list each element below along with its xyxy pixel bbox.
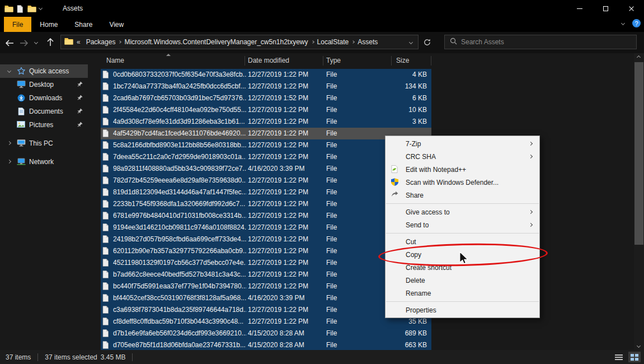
file-name: 24198b27d057b958cfbd6aa699ceff733de4... — [113, 234, 246, 245]
table-row[interactable]: 819d1d8123094ed3144d46a47af1447f5fec...1… — [101, 186, 431, 198]
pin-icon — [77, 81, 83, 89]
table-row[interactable]: bf44052cef38cc503190768f3f8128af5a968...… — [101, 292, 431, 304]
pin-icon — [77, 122, 83, 129]
table-row[interactable]: d705ee87b5f1d18d06bfda0ae237467331b...4/… — [101, 339, 431, 350]
sidebar-item-documents[interactable]: Documents — [0, 105, 88, 118]
sidebar-item-desktop[interactable]: Desktop — [0, 78, 88, 91]
context-menu-item-copy[interactable]: Copy — [386, 248, 539, 261]
address-bar[interactable]: « PackagesMicrosoft.Windows.ContentDeliv… — [60, 35, 419, 49]
close-button[interactable] — [618, 0, 644, 17]
context-menu-item-give-access-to[interactable]: Give access to — [386, 206, 539, 218]
history-dropdown-button[interactable] — [34, 40, 38, 44]
sidebar-item-quick-access[interactable]: Quick access — [0, 64, 88, 78]
tab-home[interactable]: Home — [31, 17, 66, 32]
table-row[interactable]: 7deea55c211c2a0c7d2959de9018903c01a...12… — [101, 151, 431, 163]
vertical-scrollbar[interactable] — [634, 53, 644, 350]
table-row[interactable]: 4a9d308cf78e9fe31dd3d91286eba3c1b61...12… — [101, 116, 431, 128]
scrollbar-thumb[interactable] — [634, 62, 643, 245]
maximize-button[interactable] — [593, 0, 618, 17]
table-row[interactable]: b7ad662c8eece40bedf5d527b3481c3a43c...12… — [101, 269, 431, 281]
breadcrumb-segment[interactable]: Packages — [84, 38, 118, 46]
context-menu-item-create-shortcut[interactable]: Create shortcut — [386, 261, 539, 274]
context-menu-item-delete[interactable]: Delete — [386, 274, 539, 287]
column-separator[interactable] — [245, 56, 245, 66]
context-menu-item-properties[interactable]: Properties — [386, 304, 539, 316]
breadcrumb-separator-icon — [351, 40, 355, 44]
breadcrumb-segment[interactable]: Microsoft.Windows.ContentDeliveryManager… — [122, 38, 310, 46]
table-row[interactable]: 24198b27d057b958cfbd6aa699ceff733de4...1… — [101, 234, 431, 245]
breadcrumb-overflow[interactable]: « — [75, 38, 82, 46]
scroll-up-button[interactable] — [637, 55, 641, 59]
file-name: 2f45584e22d60c4cff48104ea092be750d55... — [113, 104, 246, 116]
context-menu-item-scan-with-windows-defender[interactable]: Scan with Windows Defender... — [386, 176, 539, 189]
breadcrumb-separator-icon — [119, 40, 122, 44]
sidebar-item-this-pc[interactable]: This PC — [0, 137, 88, 150]
table-row[interactable]: 0cd0b68037332037f0c5f6354e70f3a3e8fcb...… — [101, 69, 431, 81]
context-menu-item-share[interactable]: Share — [386, 189, 539, 202]
column-header-date-modified[interactable]: Date modified — [248, 57, 289, 64]
minimize-button[interactable] — [567, 0, 593, 17]
qat-dropdown-button[interactable] — [39, 6, 43, 10]
context-menu-item-crc-sha[interactable]: CRC SHA — [386, 150, 539, 163]
table-row[interactable]: 1bc7240aa77373ba4f0a2425fb0dcc6d5cbf...1… — [101, 81, 431, 92]
up-button[interactable] — [47, 38, 54, 49]
table-row[interactable]: 2f45584e22d60c4cff48104ea092be750d55...1… — [101, 104, 431, 116]
table-row[interactable]: 452119801329f0197cb56c377d5ebcc07e4e...1… — [101, 257, 431, 269]
notepadpp-icon — [391, 165, 398, 175]
sidebar-item-downloads[interactable]: Downloads — [0, 91, 88, 105]
file-type: File — [326, 269, 393, 281]
table-row[interactable]: 6781e9976b4840410d71031fb008ce3314b...12… — [101, 210, 431, 222]
context-menu-item-cut[interactable]: Cut — [386, 235, 539, 248]
table-row[interactable]: cf8deff8c0ffdbac59b710f3b0443c3990c48...… — [101, 316, 431, 328]
tab-view[interactable]: View — [101, 17, 132, 32]
column-separator[interactable] — [391, 56, 392, 66]
table-row[interactable]: bc440f75d5991eaa37ef779e1f04b7394780...1… — [101, 281, 431, 292]
context-menu-item-edit-with-notepad[interactable]: Edit with Notepad++ — [386, 163, 539, 176]
table-row[interactable]: d7b1e6e9fa6eb56f0234d6cdf993e3669210...4… — [101, 328, 431, 339]
breadcrumb-segment[interactable]: LocalState — [315, 38, 351, 46]
details-view-button[interactable] — [613, 352, 625, 362]
table-row[interactable]: 620112b90e7b357a329775792266aba0cb9...12… — [101, 245, 431, 257]
context-menu-item-7-zip[interactable]: 7-Zip — [386, 137, 539, 150]
folder-icon — [4, 4, 13, 15]
context-menu-item-rename[interactable]: Rename — [386, 287, 539, 300]
column-header-size[interactable]: Size — [396, 57, 409, 64]
table-row[interactable]: 98a92811f408880ad5bb343c909839f72ce7...4… — [101, 163, 431, 175]
chevron-right-icon[interactable] — [7, 141, 11, 145]
file-type: File — [326, 210, 393, 222]
sidebar-item-pictures[interactable]: Pictures — [0, 118, 88, 132]
column-header-name[interactable]: Name — [106, 57, 124, 64]
file-type: File — [326, 328, 393, 339]
qat-properties-button[interactable] — [17, 5, 23, 15]
chevron-down-icon[interactable] — [7, 69, 11, 73]
table-row[interactable]: 782d72b45259eeea6e8d29af8e7359638d0...12… — [101, 175, 431, 186]
scroll-down-button[interactable] — [637, 344, 641, 348]
column-separator[interactable] — [431, 56, 431, 66]
refresh-button[interactable] — [424, 38, 431, 48]
back-button[interactable] — [5, 39, 14, 49]
search-input[interactable] — [461, 38, 631, 46]
column-separator[interactable] — [323, 56, 323, 66]
forward-button[interactable] — [20, 39, 29, 49]
chevron-right-icon[interactable] — [7, 160, 11, 164]
file-type: File — [326, 339, 393, 350]
breadcrumb-segment[interactable]: Assets — [355, 38, 380, 46]
help-button[interactable]: ? — [632, 19, 641, 27]
minimize-icon — [577, 8, 582, 9]
table-row[interactable]: 2233b17545f9368dfa1a320669fdf992d6c7...1… — [101, 198, 431, 210]
context-menu-item-send-to[interactable]: Send to — [386, 218, 539, 231]
tab-share[interactable]: Share — [66, 17, 101, 32]
column-header-type[interactable]: Type — [326, 57, 341, 64]
expand-ribbon-button[interactable] — [621, 21, 625, 25]
file-name: bc440f75d5991eaa37ef779e1f04b7394780... — [113, 281, 246, 292]
table-row[interactable]: 9194ee3d146210cb09811c9746a0108f8824...1… — [101, 222, 431, 234]
table-row[interactable]: 5c8a2166dbfbd8903e112bb8b56e80318bb...12… — [101, 139, 431, 151]
table-row[interactable]: 2cad6ab7697cb65703b03d91bec75d97376...12… — [101, 92, 431, 104]
large-icons-view-button[interactable] — [628, 352, 641, 362]
sidebar-item-network[interactable]: Network — [0, 155, 88, 169]
table-row[interactable]: 4af5429b7cd4fac1fced4e311076bde46920...1… — [101, 128, 431, 139]
table-row[interactable]: c3a6938f7873041b8da235f89746644a718d...1… — [101, 304, 431, 316]
tab-file[interactable]: File — [4, 17, 31, 32]
address-dropdown-button[interactable] — [409, 40, 413, 44]
qat-newfolder-button[interactable] — [27, 4, 36, 15]
